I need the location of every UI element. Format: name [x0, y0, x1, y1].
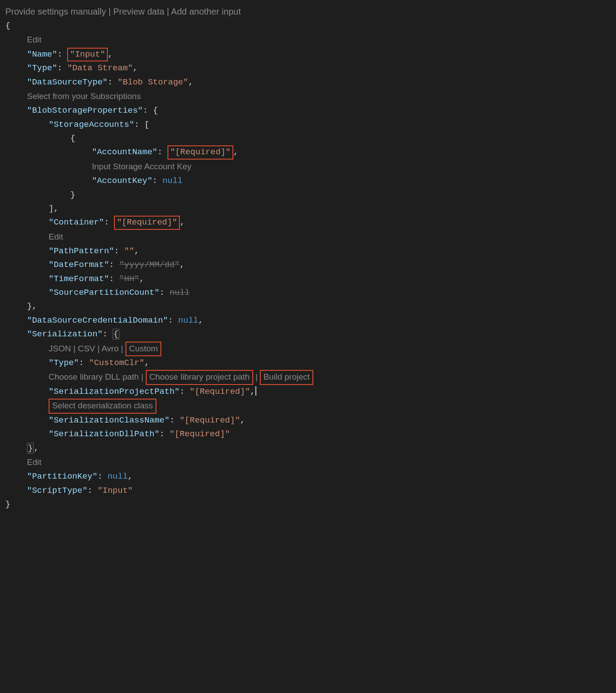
text-cursor	[255, 386, 256, 396]
format-csv-link[interactable]: CSV	[78, 344, 95, 353]
format-avro-link[interactable]: Avro	[102, 344, 119, 353]
format-json-link[interactable]: JSON	[49, 344, 71, 353]
timeformat-value: "HH"	[119, 274, 140, 284]
serialization-formats-hint: JSON | CSV | Avro |	[49, 344, 125, 353]
top-links-bar: Provide settings manually | Preview data…	[0, 0, 616, 19]
dateformat-value: "yyyy/MM/dd"	[119, 260, 180, 270]
accountname-value-box[interactable]: "[Required]"	[167, 145, 233, 160]
edit-hint-2[interactable]: Edit	[49, 232, 63, 241]
credentialdomain-value: null	[178, 316, 198, 325]
input-storage-key-hint[interactable]: Input Storage Account Key	[92, 162, 191, 171]
name-value-box[interactable]: "Input"	[67, 48, 108, 62]
add-input-link[interactable]: Add another input	[171, 7, 241, 16]
json-editor[interactable]: { Edit "Name": "Input", "Type": "Data St…	[0, 19, 616, 520]
type-value: "Data Stream"	[67, 63, 133, 73]
serialization-dllpath-value: "[Required]"	[170, 429, 230, 439]
container-value-box[interactable]: "[Required]"	[114, 216, 180, 230]
provide-settings-link[interactable]: Provide settings manually	[5, 7, 106, 16]
edit-hint-3[interactable]: Edit	[27, 457, 42, 467]
pathpattern-value: ""	[124, 246, 134, 256]
serialization-projectpath-value: "[Required]"	[190, 387, 250, 396]
partitionkey-value: null	[107, 472, 128, 481]
build-project-box[interactable]: Build project	[260, 370, 313, 385]
select-subscriptions-hint[interactable]: Select from your Subscriptions	[27, 91, 141, 101]
serialization-classname-value: "[Required]"	[179, 415, 240, 425]
choose-project-path-box[interactable]: Choose library project path	[146, 370, 253, 385]
scripttype-value: "Input"	[98, 486, 133, 495]
datasourcetype-value: "Blob Storage"	[118, 77, 188, 87]
serialization-type-value: "CustomClr"	[89, 358, 144, 368]
preview-data-link[interactable]: Preview data	[113, 7, 164, 16]
format-custom-box[interactable]: Custom	[125, 342, 161, 357]
accountkey-value: null	[163, 176, 183, 186]
sourcepartitioncount-value: null	[170, 288, 190, 297]
select-deserialization-class-box[interactable]: Select deserialization class	[49, 399, 156, 414]
edit-hint[interactable]: Edit	[27, 35, 42, 44]
choose-dll-hint[interactable]: Choose library DLL path	[49, 372, 139, 381]
